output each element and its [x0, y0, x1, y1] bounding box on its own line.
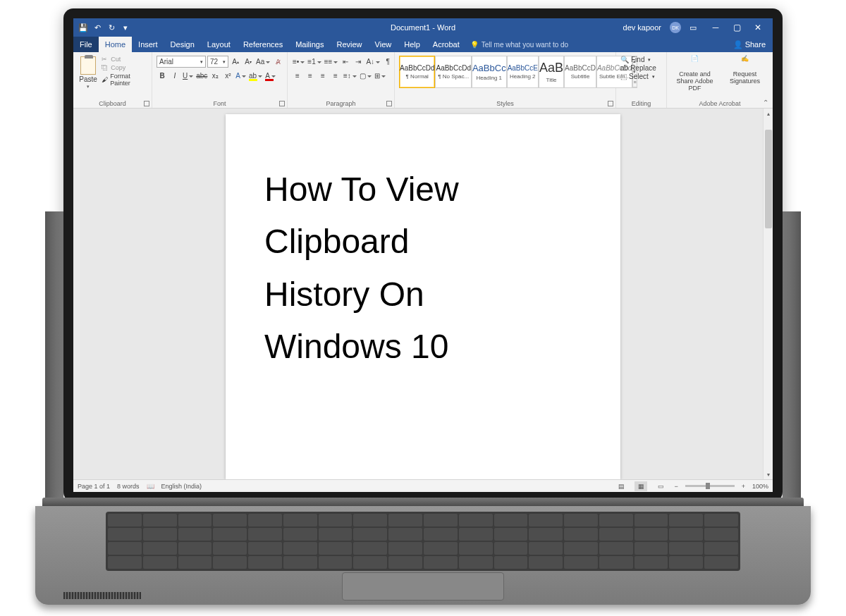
clipboard-dialog-launcher[interactable]: [144, 101, 149, 106]
line-spacing-button[interactable]: ≡↕: [343, 70, 357, 82]
tab-home[interactable]: Home: [99, 37, 132, 52]
zoom-slider[interactable]: [685, 485, 735, 487]
scroll-down-icon[interactable]: ▾: [764, 469, 773, 479]
document-text[interactable]: How To View Clipboard History On Windows…: [264, 164, 582, 374]
zoom-out-button[interactable]: −: [674, 483, 678, 490]
tab-acrobat[interactable]: Acrobat: [427, 37, 466, 52]
group-font: Arial▾ 72▾ A▴ A▾ Aa A̷ B I U abc x: [152, 52, 288, 108]
bold-button[interactable]: B: [157, 70, 168, 82]
borders-button[interactable]: ⊞: [374, 70, 386, 82]
laptop-vent: [63, 592, 141, 599]
paragraph-dialog-launcher[interactable]: [386, 101, 392, 106]
zoom-in-button[interactable]: +: [742, 483, 745, 490]
font-name-combo[interactable]: Arial▾: [157, 56, 206, 68]
ribbon: Paste ▾ ✂Cut ⿻Copy 🖌Format Painter Clipb…: [73, 52, 773, 109]
tab-design[interactable]: Design: [164, 37, 201, 52]
maximize-button[interactable]: ▢: [726, 18, 747, 37]
numbering-button[interactable]: ≡1: [307, 56, 321, 68]
group-paragraph: ≡• ≡1 ≡≡ ⇤ ⇥ A↓ ¶ ≡ ≡ ≡ ≡: [288, 52, 395, 108]
paste-icon: [80, 56, 96, 75]
ribbon-options-icon[interactable]: ▭: [689, 23, 697, 32]
font-color-button[interactable]: A: [264, 70, 276, 82]
format-painter-button[interactable]: 🖌Format Painter: [102, 73, 147, 87]
style-heading-2[interactable]: AaBbCcEHeading 2: [507, 56, 539, 88]
tab-help[interactable]: Help: [398, 37, 427, 52]
replace-button[interactable]: abReplace: [620, 64, 656, 72]
word-count[interactable]: 8 words: [117, 483, 140, 490]
subscript-button[interactable]: x₂: [209, 70, 221, 82]
tell-me-search[interactable]: 💡 Tell me what you want to do: [470, 37, 568, 52]
bullets-button[interactable]: ≡•: [292, 56, 305, 68]
request-signatures-button[interactable]: ✍ Request Signatures: [721, 54, 768, 85]
minimize-button[interactable]: ─: [705, 18, 726, 37]
find-label: Find: [631, 56, 644, 63]
group-styles: AaBbCcDd¶ NormalAaBbCcDd¶ No Spac...AaBb…: [395, 52, 616, 108]
read-mode-button[interactable]: ▤: [615, 481, 627, 491]
find-button[interactable]: 🔍Find▾: [620, 56, 656, 63]
align-right-button[interactable]: ≡: [317, 70, 329, 82]
collapse-ribbon-button[interactable]: ⌃: [763, 99, 768, 106]
vertical-scrollbar[interactable]: ▴ ▾: [763, 109, 773, 479]
undo-icon[interactable]: ↶: [93, 23, 102, 32]
user-avatar[interactable]: DK: [670, 22, 681, 33]
user-name[interactable]: dev kapoor: [623, 23, 661, 32]
scroll-thumb[interactable]: [765, 130, 772, 228]
sort-button[interactable]: A↓: [365, 56, 381, 68]
strikethrough-button[interactable]: abc: [195, 70, 208, 82]
create-pdf-button[interactable]: 📄 Create and Share Adobe PDF: [671, 54, 718, 92]
language-status[interactable]: English (India): [161, 483, 202, 490]
align-left-button[interactable]: ≡: [292, 70, 303, 82]
text-effects-button[interactable]: A: [235, 70, 247, 82]
redo-icon[interactable]: ↻: [107, 23, 116, 32]
superscript-button[interactable]: x²: [222, 70, 233, 82]
font-size-combo[interactable]: 72▾: [207, 56, 228, 68]
underline-button[interactable]: U: [182, 70, 194, 82]
shrink-font-button[interactable]: A▾: [243, 56, 254, 68]
text-line: History On: [264, 269, 582, 321]
tab-mailings[interactable]: Mailings: [289, 37, 330, 52]
tab-insert[interactable]: Insert: [132, 37, 164, 52]
scroll-up-icon[interactable]: ▴: [764, 109, 773, 118]
increase-indent-button[interactable]: ⇥: [352, 56, 364, 68]
show-marks-button[interactable]: ¶: [382, 56, 393, 68]
align-center-button[interactable]: ≡: [305, 70, 316, 82]
style--normal[interactable]: AaBbCcDd¶ Normal: [399, 56, 435, 88]
page[interactable]: How To View Clipboard History On Windows…: [226, 114, 620, 479]
clear-format-button[interactable]: A̷: [272, 56, 283, 68]
cut-button[interactable]: ✂Cut: [102, 56, 147, 63]
styles-dialog-launcher[interactable]: [608, 101, 613, 106]
tab-view[interactable]: View: [369, 37, 398, 52]
change-case-button[interactable]: Aa: [255, 56, 271, 68]
italic-button[interactable]: I: [169, 70, 180, 82]
qa-customize-icon[interactable]: ▾: [121, 23, 130, 32]
multilevel-button[interactable]: ≡≡: [324, 56, 339, 68]
spellcheck-icon[interactable]: 📖: [147, 483, 154, 490]
document-area[interactable]: How To View Clipboard History On Windows…: [73, 109, 773, 479]
tab-references[interactable]: References: [237, 37, 289, 52]
save-icon[interactable]: 💾: [79, 23, 87, 32]
shading-button[interactable]: ▢: [359, 70, 372, 82]
close-button[interactable]: ✕: [747, 18, 768, 37]
copy-button[interactable]: ⿻Copy: [102, 64, 147, 71]
print-layout-button[interactable]: ▦: [634, 481, 647, 491]
grow-font-button[interactable]: A▴: [230, 56, 241, 68]
tab-file[interactable]: File: [73, 37, 99, 52]
tab-layout[interactable]: Layout: [201, 37, 237, 52]
highlight-button[interactable]: ab: [248, 70, 263, 82]
tab-review[interactable]: Review: [331, 37, 369, 52]
style--no-spac-[interactable]: AaBbCcDd¶ No Spac...: [435, 56, 471, 88]
paste-button[interactable]: Paste ▾: [78, 54, 99, 90]
justify-button[interactable]: ≡: [330, 70, 341, 82]
signature-icon: ✍: [738, 56, 752, 70]
web-layout-button[interactable]: ▭: [654, 481, 667, 491]
decrease-indent-button[interactable]: ⇤: [340, 56, 351, 68]
zoom-level[interactable]: 100%: [752, 483, 768, 490]
style-heading-1[interactable]: AaBbCcHeading 1: [472, 56, 507, 88]
page-count[interactable]: Page 1 of 1: [78, 483, 110, 490]
document-title: Document1 - Word: [391, 23, 455, 32]
style-subtitle[interactable]: AaBbCcDSubtitle: [564, 56, 596, 88]
share-button[interactable]: 👤 Share: [726, 37, 773, 52]
style-title[interactable]: AaBTitle: [539, 56, 564, 88]
select-button[interactable]: ⬚Select▾: [620, 73, 656, 80]
font-dialog-launcher[interactable]: [279, 101, 285, 106]
